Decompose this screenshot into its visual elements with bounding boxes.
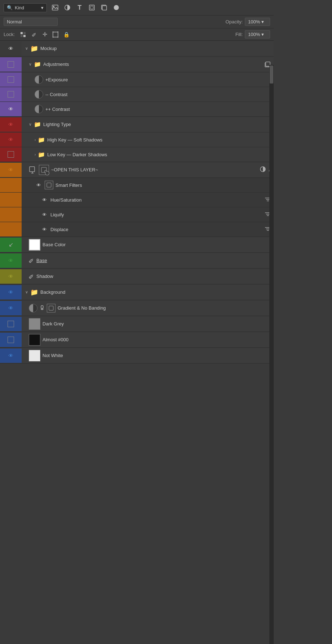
filter-icons: T bbox=[50, 3, 121, 12]
visibility-icon-dark-grey[interactable] bbox=[8, 321, 14, 327]
layer-row[interactable]: 👁 ✏ Shadow bbox=[0, 269, 274, 284]
swatch-dark-grey bbox=[29, 318, 40, 330]
visibility-icon-smart-filters[interactable]: 👁 bbox=[35, 181, 42, 189]
layer-content-almost-000[interactable]: Almost #000 bbox=[22, 333, 274, 347]
visibility-icon-base-color[interactable]: ↙ bbox=[9, 241, 13, 248]
smartobject-filter-icon[interactable] bbox=[99, 3, 109, 12]
visibility-icon-gradient[interactable]: 👁 bbox=[7, 304, 15, 312]
layer-content-adjustments[interactable]: ∨ 📁 Adjustments bbox=[22, 57, 274, 72]
visibility-icon-exposure[interactable] bbox=[8, 76, 14, 83]
layer-row[interactable]: ↙ Base Color bbox=[0, 237, 274, 253]
layer-row[interactable]: Almost #000 bbox=[0, 332, 274, 348]
color-tag-contrast-minus bbox=[0, 87, 22, 102]
layer-content-exposure[interactable]: +Exposure bbox=[22, 72, 274, 87]
smart-thumb-gradient bbox=[47, 304, 55, 312]
layer-row[interactable]: +Exposure bbox=[0, 72, 274, 87]
layer-content-background[interactable]: ∨ 📁 Background bbox=[22, 285, 274, 300]
expand-arrow-background[interactable]: ∨ bbox=[25, 290, 28, 294]
scrollbar-thumb[interactable] bbox=[270, 66, 273, 84]
color-tag-gradient: 👁 bbox=[0, 301, 22, 315]
svg-rect-11 bbox=[23, 35, 26, 37]
lock-transparent-icon[interactable] bbox=[19, 31, 27, 39]
layer-content-gradient[interactable]: Gradient & No Banding bbox=[22, 301, 274, 315]
expand-arrow-mockup[interactable]: ∨ bbox=[25, 46, 28, 51]
layer-content-not-white[interactable]: Not White bbox=[22, 348, 274, 363]
lock-paint-icon[interactable]: ✏ bbox=[28, 29, 40, 40]
visibility-icon-contrast-minus[interactable] bbox=[8, 91, 14, 98]
visibility-icon-contrast-plus[interactable]: 👁 bbox=[7, 105, 15, 113]
visibility-icon-liquify[interactable]: 👁 bbox=[40, 211, 48, 219]
layer-row[interactable]: 👁 ✏ Base bbox=[0, 253, 274, 269]
color-tag-lowkey bbox=[0, 147, 22, 162]
layer-content-displace[interactable]: 👁 Displace bbox=[22, 222, 274, 237]
layer-row[interactable]: 👁 Gradient & No Banding bbox=[0, 300, 274, 316]
visibility-icon-shadow[interactable]: 👁 bbox=[7, 273, 15, 280]
pixel-filter-icon[interactable] bbox=[112, 3, 121, 12]
kind-dropdown[interactable]: 🔍 Kind ▾ bbox=[4, 3, 47, 12]
visibility-icon-lowkey[interactable] bbox=[8, 151, 14, 158]
lock-move-icon[interactable]: ✛ bbox=[41, 31, 49, 39]
blend-mode-dropdown[interactable]: Normal bbox=[4, 18, 58, 26]
layer-content-shadow[interactable]: ✏ Shadow bbox=[22, 269, 274, 284]
layer-content-contrast-plus[interactable]: ++ Contrast bbox=[22, 102, 274, 116]
layer-content-dark-grey[interactable]: Dark Grey bbox=[22, 317, 274, 331]
layer-row[interactable]: 👁 Displace bbox=[0, 222, 274, 237]
layer-row[interactable]: 👁 ∨ 📁 Background bbox=[0, 284, 274, 300]
image-filter-icon[interactable] bbox=[50, 3, 60, 12]
layer-row[interactable]: 👁 Not White bbox=[0, 348, 274, 364]
fill-dropdown[interactable]: 100% ▾ bbox=[245, 30, 270, 39]
layer-row[interactable]: 👁 ++ Contrast bbox=[0, 102, 274, 117]
layer-row[interactable]: ∨ 📁 Adjustments bbox=[0, 57, 274, 72]
filter-bar: 🔍 Kind ▾ T bbox=[0, 0, 274, 15]
layer-row[interactable]: 👁 Hue/Saturation bbox=[0, 193, 274, 207]
lock-artboard-icon[interactable] bbox=[51, 31, 59, 39]
layer-content-contrast-minus[interactable]: -- Contrast bbox=[22, 87, 274, 102]
expand-arrow-adjustments[interactable]: ∨ bbox=[29, 62, 32, 67]
layer-row[interactable]: -- Contrast bbox=[0, 87, 274, 102]
layer-row[interactable]: 👁 Liquify bbox=[0, 207, 274, 222]
layer-content-liquify[interactable]: 👁 Liquify bbox=[22, 207, 274, 222]
kind-dropdown-arrow: ▾ bbox=[41, 5, 44, 10]
layer-content-base[interactable]: ✏ Base bbox=[22, 253, 274, 268]
layer-content-highkey[interactable]: › 📁 High Key — Soft Shadows bbox=[22, 132, 274, 147]
layer-row[interactable]: 👁 ~OPEN THIS LAYER~ ∧ bbox=[0, 162, 274, 178]
visibility-icon-hue-sat[interactable]: 👁 bbox=[40, 196, 48, 204]
layer-content-base-color[interactable]: Base Color bbox=[22, 238, 274, 252]
layer-content-smart-filters[interactable]: 👁 Smart Filters bbox=[22, 178, 274, 192]
opacity-dropdown[interactable]: 100% ▾ bbox=[245, 18, 270, 26]
visibility-icon-background[interactable]: 👁 bbox=[7, 288, 15, 296]
visibility-icon-mockup[interactable]: 👁 bbox=[7, 45, 15, 53]
type-filter-icon[interactable]: T bbox=[75, 3, 84, 12]
visibility-icon-displace[interactable]: 👁 bbox=[40, 225, 48, 233]
visibility-icon-almost-000[interactable] bbox=[8, 337, 14, 343]
shape-filter-icon[interactable] bbox=[87, 3, 97, 12]
layer-name-contrast-minus: -- Contrast bbox=[45, 92, 272, 97]
layer-content-lowkey[interactable]: › 📁 Low Key — Darker Shadows bbox=[22, 147, 274, 162]
expand-arrow-lowkey[interactable]: › bbox=[35, 153, 36, 157]
opacity-label: Opacity: bbox=[225, 19, 243, 24]
visibility-icon-lighting[interactable]: 👁 bbox=[7, 121, 15, 129]
visibility-icon-not-white[interactable]: 👁 bbox=[7, 352, 15, 360]
layer-content-hue-sat[interactable]: 👁 Hue/Saturation bbox=[22, 193, 274, 207]
layer-row[interactable]: › 📁 Low Key — Darker Shadows bbox=[0, 147, 274, 162]
lock-all-icon[interactable]: 🔒 bbox=[62, 31, 70, 39]
layer-row[interactable]: 👁 ∨ 📁 Mockup bbox=[0, 41, 274, 57]
layer-row[interactable]: 👁 Smart Filters bbox=[0, 178, 274, 193]
layer-row[interactable]: 👁 ∨ 📁 Lighting Type bbox=[0, 117, 274, 132]
color-tag-displace bbox=[0, 222, 22, 237]
expand-arrow-lighting[interactable]: ∨ bbox=[29, 122, 32, 127]
layer-content-open-layer[interactable]: ~OPEN THIS LAYER~ ∧ bbox=[22, 163, 274, 177]
layer-row[interactable]: Dark Grey bbox=[0, 316, 274, 332]
layer-name-shadow: Shadow bbox=[36, 274, 272, 279]
scrollbar[interactable] bbox=[269, 65, 274, 644]
visibility-icon-highkey[interactable]: 👁 bbox=[7, 136, 15, 144]
fill-arrow: ▾ bbox=[261, 32, 264, 37]
layer-content-lighting[interactable]: ∨ 📁 Lighting Type bbox=[22, 117, 274, 132]
layer-row[interactable]: 👁 › 📁 High Key — Soft Shadows bbox=[0, 132, 274, 147]
adjustment-filter-icon[interactable] bbox=[63, 3, 72, 12]
expand-arrow-highkey[interactable]: › bbox=[35, 138, 36, 142]
visibility-icon-adjustments[interactable] bbox=[8, 61, 14, 68]
visibility-icon-open-layer[interactable]: 👁 bbox=[7, 166, 15, 174]
layer-content-mockup[interactable]: ∨ 📁 Mockup bbox=[22, 41, 274, 56]
visibility-icon-base[interactable]: 👁 bbox=[7, 257, 15, 265]
